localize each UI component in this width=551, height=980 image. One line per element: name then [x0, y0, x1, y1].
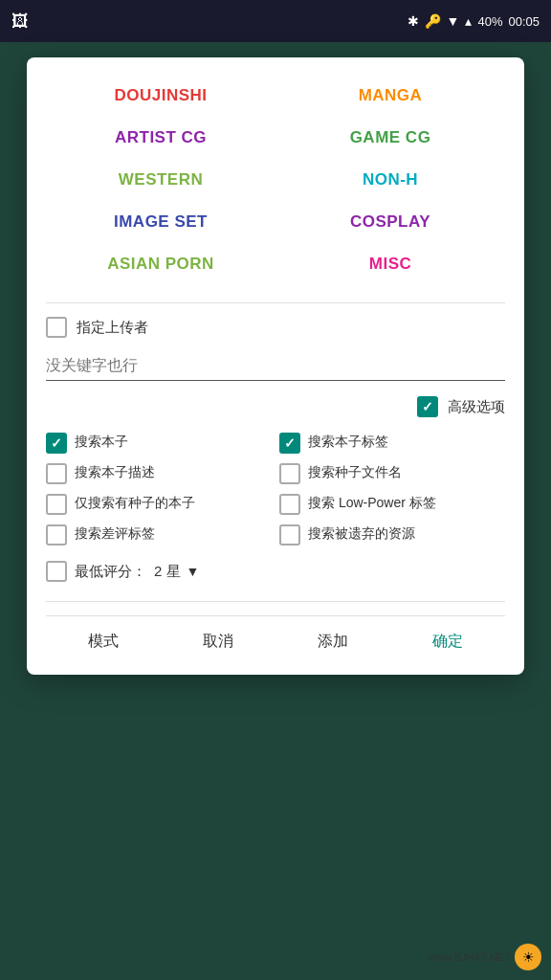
- bluetooth-icon: ✱: [408, 13, 419, 29]
- watermark: www.BJHX5.NET ☀: [429, 944, 541, 970]
- search-low-power-label: 搜索 Low-Power 标签: [308, 494, 436, 511]
- advanced-options-row: 高级选项: [46, 396, 505, 417]
- search-book-desc-checkbox[interactable]: [46, 463, 67, 484]
- search-book-desc-label: 搜索本子描述: [75, 463, 155, 480]
- add-button[interactable]: 添加: [302, 624, 364, 659]
- cancel-button[interactable]: 取消: [187, 624, 249, 659]
- search-book-label: 搜索本子: [75, 433, 128, 450]
- search-low-power-checkbox[interactable]: [279, 494, 300, 515]
- search-book-checkbox[interactable]: [46, 433, 67, 454]
- search-input-container: [46, 351, 505, 381]
- divider-2: [46, 601, 505, 602]
- category-manga[interactable]: MANGA: [276, 77, 505, 115]
- rating-select[interactable]: 2 星 ▼: [154, 563, 199, 581]
- action-buttons: 模式 取消 添加 确定: [46, 615, 505, 659]
- dropdown-arrow-icon: ▼: [187, 564, 200, 579]
- search-book-item: 搜索本子: [46, 433, 272, 454]
- advanced-checkbox[interactable]: [417, 396, 438, 417]
- search-book-tags-item: 搜索本子标签: [279, 433, 505, 454]
- advanced-label: 高级选项: [448, 398, 505, 416]
- search-input[interactable]: [46, 351, 505, 380]
- time-text: 00:05: [508, 14, 540, 29]
- search-book-tags-label: 搜索本子标签: [308, 433, 388, 450]
- search-expunged-checkbox[interactable]: [279, 524, 300, 546]
- category-doujinshi[interactable]: DOUJINSHI: [46, 77, 276, 115]
- app-icon: 🖼: [11, 11, 29, 32]
- search-bad-tags-label: 搜索差评标签: [75, 524, 155, 542]
- search-torrent-name-checkbox[interactable]: [279, 463, 300, 484]
- search-with-torrent-checkbox[interactable]: [46, 494, 67, 515]
- category-cosplay[interactable]: COSPLAY: [276, 203, 505, 241]
- uploader-row: 指定上传者: [46, 317, 505, 338]
- category-asian-porn[interactable]: ASIAN PORN: [46, 245, 276, 283]
- search-expunged-label: 搜索被遗弃的资源: [308, 524, 415, 542]
- rating-row: 最低评分： 2 星 ▼: [46, 561, 505, 582]
- search-bad-tags-checkbox[interactable]: [46, 524, 67, 546]
- rating-value: 2 星: [154, 563, 181, 581]
- confirm-button[interactable]: 确定: [417, 624, 478, 659]
- search-torrent-name-label: 搜索种子文件名: [308, 463, 402, 480]
- search-expunged-item: 搜索被遗弃的资源: [279, 524, 505, 546]
- category-artist-cg[interactable]: ARTIST CG: [46, 119, 276, 157]
- status-bar: 🖼 ✱ 🔑 ▼ ▴ 40% 00:05: [0, 0, 551, 42]
- sun-icon: ☀: [522, 949, 535, 965]
- category-non-h[interactable]: NON-H: [276, 161, 505, 199]
- search-book-tags-checkbox[interactable]: [279, 433, 300, 454]
- search-low-power-item: 搜索 Low-Power 标签: [279, 494, 505, 515]
- category-misc[interactable]: MISC: [276, 245, 505, 283]
- category-image-set[interactable]: IMAGE SET: [46, 203, 276, 241]
- search-with-torrent-label: 仅搜索有种子的本子: [75, 494, 195, 511]
- search-with-torrent-item: 仅搜索有种子的本子: [46, 494, 272, 515]
- watermark-text: www.BJHX5.NET: [429, 951, 511, 963]
- search-options-grid: 搜索本子 搜索本子标签 搜索本子描述 搜索种子文件名 仅搜索有种子的本子 搜索 …: [46, 433, 505, 546]
- battery-text: 40%: [477, 14, 502, 29]
- key-icon: 🔑: [425, 13, 441, 29]
- watermark-logo: ☀: [515, 944, 541, 970]
- rating-checkbox[interactable]: [46, 561, 67, 582]
- search-book-desc-item: 搜索本子描述: [46, 463, 272, 484]
- search-dialog: DOUJINSHI MANGA ARTIST CG GAME CG WESTER…: [27, 57, 524, 675]
- wifi-icon: ▼: [447, 13, 460, 29]
- category-western[interactable]: WESTERN: [46, 161, 276, 199]
- category-game-cg[interactable]: GAME CG: [276, 119, 505, 157]
- uploader-label: 指定上传者: [77, 319, 148, 337]
- mode-button[interactable]: 模式: [73, 624, 134, 659]
- rating-label: 最低评分：: [75, 563, 146, 581]
- signal-icon: ▴: [465, 13, 472, 29]
- search-torrent-name-item: 搜索种子文件名: [279, 463, 505, 484]
- category-grid: DOUJINSHI MANGA ARTIST CG GAME CG WESTER…: [46, 77, 505, 283]
- search-bad-tags-item: 搜索差评标签: [46, 524, 272, 546]
- uploader-checkbox[interactable]: [46, 317, 67, 338]
- divider-1: [46, 302, 505, 303]
